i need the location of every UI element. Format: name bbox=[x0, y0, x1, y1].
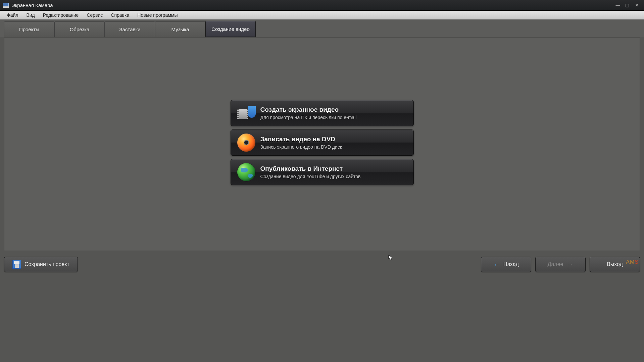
brand-logo: AMS bbox=[626, 259, 639, 265]
globe-icon bbox=[237, 163, 256, 182]
floppy-icon bbox=[12, 260, 21, 269]
tab-trim[interactable]: Обрезка bbox=[54, 21, 105, 37]
publish-internet-button[interactable]: Опубликовать в Интернет Создание видео д… bbox=[231, 159, 414, 185]
menu-file[interactable]: Файл bbox=[3, 11, 22, 19]
next-button[interactable]: Далее → bbox=[535, 257, 586, 272]
action-subtitle: Запись экранного видео на DVD диск bbox=[260, 144, 342, 150]
tab-create-video[interactable]: Создание видео bbox=[205, 21, 256, 37]
burn-dvd-button[interactable]: Записать видео на DVD Запись экранного в… bbox=[231, 130, 414, 156]
minimize-button[interactable]: — bbox=[613, 1, 623, 9]
action-title: Записать видео на DVD bbox=[260, 136, 342, 143]
action-subtitle: Создание видео для YouTube и других сайт… bbox=[260, 174, 361, 179]
main-content: Создать экранное видео Для просмотра на … bbox=[4, 38, 640, 251]
tab-label: Проекты bbox=[19, 27, 39, 32]
film-note-icon bbox=[237, 104, 256, 122]
tab-projects[interactable]: Проекты bbox=[4, 21, 54, 37]
tab-label: Обрезка bbox=[70, 27, 90, 32]
brand-suffix: S bbox=[635, 259, 639, 265]
menu-help[interactable]: Справка bbox=[107, 11, 133, 19]
close-button[interactable]: ✕ bbox=[632, 1, 641, 9]
arrow-left-icon: ← bbox=[493, 261, 500, 268]
footer: Сохранить проект ← Назад Далее → Выход bbox=[4, 255, 640, 274]
menubar: Файл Вид Редактирование Сервис Справка Н… bbox=[0, 11, 644, 19]
tab-music[interactable]: Музыка bbox=[155, 21, 205, 37]
arrow-right-icon: → bbox=[566, 261, 573, 268]
save-project-button[interactable]: Сохранить проект bbox=[4, 257, 78, 272]
menu-view[interactable]: Вид bbox=[22, 11, 39, 19]
tabbar: Проекты Обрезка Заставки Музыка Создание… bbox=[0, 19, 644, 37]
save-label: Сохранить проект bbox=[24, 261, 69, 267]
app-title: Экранная Камера bbox=[11, 2, 53, 8]
maximize-button[interactable]: ▢ bbox=[623, 1, 632, 9]
exit-label: Выход bbox=[607, 261, 623, 267]
app-icon bbox=[3, 3, 9, 8]
tab-label: Музыка bbox=[171, 27, 189, 32]
brand-prefix: AM bbox=[626, 259, 635, 265]
menu-new-programs[interactable]: Новые программы bbox=[133, 11, 182, 19]
menu-edit[interactable]: Редактирование bbox=[39, 11, 83, 19]
menu-service[interactable]: Сервис bbox=[83, 11, 107, 19]
tab-label: Заставки bbox=[119, 27, 141, 32]
action-title: Создать экранное видео bbox=[260, 106, 357, 113]
next-label: Далее bbox=[548, 261, 563, 267]
create-screen-video-button[interactable]: Создать экранное видео Для просмотра на … bbox=[231, 100, 414, 126]
action-title: Опубликовать в Интернет bbox=[260, 165, 361, 172]
tab-intros[interactable]: Заставки bbox=[105, 21, 155, 37]
back-button[interactable]: ← Назад bbox=[481, 257, 531, 272]
tab-label: Создание видео bbox=[211, 26, 250, 32]
action-subtitle: Для просмотра на ПК и пересылки по e-mai… bbox=[260, 115, 357, 120]
dvd-disc-icon bbox=[237, 133, 256, 152]
action-panel: Создать экранное видео Для просмотра на … bbox=[231, 100, 414, 189]
back-label: Назад bbox=[503, 261, 519, 267]
titlebar: Экранная Камера — ▢ ✕ bbox=[0, 0, 644, 11]
